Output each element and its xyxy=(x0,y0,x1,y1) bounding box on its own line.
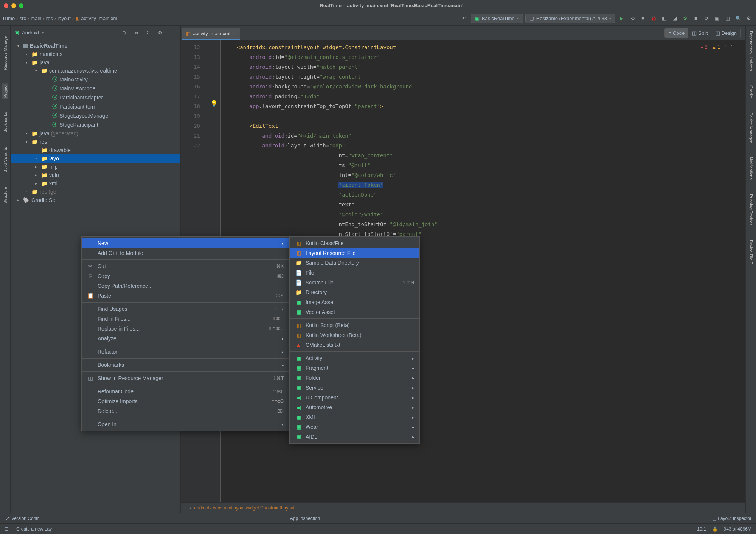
menu-open-in[interactable]: Open In▸ xyxy=(82,419,289,429)
menu-new-kotlin-worksheet[interactable]: ◧Kotlin Worksheet (Beta) xyxy=(290,330,419,340)
menu-paste[interactable]: 📋Paste⌘K xyxy=(82,291,289,301)
settings-icon[interactable]: ⚙ xyxy=(745,14,753,23)
tool-bookmarks[interactable]: Bookmarks xyxy=(2,110,8,134)
menu-new-automotive[interactable]: ▣Automotive▸ xyxy=(290,402,419,412)
attach-icon[interactable]: ⚙ xyxy=(681,14,689,23)
caret-position[interactable]: 19:1 xyxy=(697,526,706,532)
editor-tab-active[interactable]: ◧ activity_main.xml × xyxy=(182,28,240,40)
bottom-tab-vcs[interactable]: ⎇Version Contr xyxy=(5,516,39,521)
nav-crumb[interactable]: layout xyxy=(57,16,71,21)
hide-panel-icon[interactable]: — xyxy=(168,29,177,37)
tool-build-variants[interactable]: Build Variants xyxy=(2,146,8,174)
nav-crumb[interactable]: ◧activity_main.xml xyxy=(75,16,118,21)
panel-view-selector[interactable]: Android xyxy=(22,30,39,36)
minimize-window-button[interactable] xyxy=(11,3,16,8)
panel-settings-icon[interactable]: ⚙ xyxy=(156,29,165,37)
tool-device-file[interactable]: Device File E xyxy=(748,238,754,266)
menu-new-aidl[interactable]: ▣AIDL▸ xyxy=(290,432,419,442)
menu-new-layout-resource[interactable]: ◧Layout Resource File xyxy=(290,248,419,258)
stop-icon[interactable]: ■ xyxy=(692,14,700,23)
breadcrumb-item[interactable]: androidx.constraintlayout.widget.Constra… xyxy=(194,505,295,511)
menu-reformat[interactable]: Reformat Code⌃⌘L xyxy=(82,387,289,396)
editor-tabbar: ◧ activity_main.xml × ⋮ xyxy=(181,26,745,40)
bottom-tab-app-inspection[interactable]: App Inspection xyxy=(290,516,320,521)
lock-icon[interactable]: 🔒 xyxy=(712,526,718,532)
menu-delete[interactable]: Delete...⌦ xyxy=(82,406,289,416)
menu-bookmarks[interactable]: Bookmarks▸ xyxy=(82,360,289,370)
debug-icon[interactable]: 🐞 xyxy=(649,14,658,23)
nav-crumb[interactable]: main xyxy=(31,16,41,21)
tree-xml: ▸📁xml xyxy=(11,179,180,188)
menu-new-kotlin-script[interactable]: ◧Kotlin Script (Beta) xyxy=(290,320,419,330)
tool-notifications[interactable]: Notifications xyxy=(748,155,754,181)
close-window-button[interactable] xyxy=(4,3,8,8)
view-mode-code[interactable]: ≡ Code xyxy=(665,28,689,38)
memory-indicator[interactable]: 943 of 4096M xyxy=(724,526,751,532)
menu-new-vector-asset[interactable]: ▣Vector Asset xyxy=(290,307,419,317)
nav-crumb[interactable]: res xyxy=(46,16,53,21)
menu-add-cpp[interactable]: Add C++ to Module xyxy=(82,248,289,258)
tool-dependency-updates[interactable]: Dependency Updates xyxy=(748,29,754,73)
menu-copy[interactable]: ⎘Copy⌘J xyxy=(82,271,289,281)
menu-copy-path[interactable]: Copy Path/Reference... xyxy=(82,281,289,291)
intention-bulb-icon[interactable]: 💡 xyxy=(210,100,218,107)
menu-new-wear[interactable]: ▣Wear▸ xyxy=(290,422,419,432)
view-mode-split[interactable]: ◫ Split xyxy=(688,28,711,38)
menu-new-uicomponent[interactable]: ▣UiComponent▸ xyxy=(290,393,419,402)
menu-find-in-files[interactable]: Find in Files...⇧⌘U xyxy=(82,314,289,324)
breadcrumb-item[interactable]: t xyxy=(185,505,186,511)
tree-class: ⓀParticipantAdapter xyxy=(11,93,180,102)
sync-icon[interactable]: ⟳ xyxy=(702,14,711,23)
menu-new-fragment[interactable]: ▣Fragment▸ xyxy=(290,363,419,373)
tool-device-manager[interactable]: Device Manager xyxy=(748,111,754,144)
menu-new-directory[interactable]: 📁Directory xyxy=(290,287,419,297)
menu-new-xml[interactable]: ▣XML▸ xyxy=(290,412,419,422)
tool-structure[interactable]: Structure xyxy=(2,185,8,205)
editor-warnings[interactable]: ● 2 ▲ 1 ˆˇ xyxy=(701,45,732,50)
device-selector[interactable]: ▢Resizable (Experimental) API 33▾ xyxy=(525,14,615,23)
nav-crumb[interactable]: lTime xyxy=(3,16,15,21)
editor-breadcrumb: t › androidx.constraintlayout.widget.Con… xyxy=(181,502,745,513)
tool-project[interactable]: Project xyxy=(2,83,8,99)
target-icon[interactable]: ⊕ xyxy=(120,29,128,37)
run-icon[interactable]: ▶ xyxy=(618,14,626,23)
menu-optimize-imports[interactable]: Optimize Imports⌃⌥O xyxy=(82,396,289,406)
menu-analyze[interactable]: Analyze▸ xyxy=(82,334,289,343)
menu-new-scratch[interactable]: 📄Scratch File⇧⌘N xyxy=(290,278,419,287)
menu-new-file[interactable]: 📄File xyxy=(290,268,419,278)
avd-icon[interactable]: ▣ xyxy=(713,14,721,23)
menu-new-sample-data[interactable]: 📁Sample Data Directory xyxy=(290,258,419,268)
tool-gradle[interactable]: Gradle xyxy=(748,84,754,99)
sdk-icon[interactable]: ◫ xyxy=(723,14,732,23)
bottom-tab-layout-inspector[interactable]: ◫Layout Inspector xyxy=(712,516,751,521)
menu-new-cmake[interactable]: ▲CMakeLists.txt xyxy=(290,340,419,350)
collapse-icon[interactable]: ⇔ xyxy=(132,29,140,37)
back-icon[interactable]: ↶ xyxy=(460,14,469,23)
coverage-icon[interactable]: ◪ xyxy=(671,14,679,23)
refresh-icon[interactable]: ⟲ xyxy=(628,14,636,23)
close-tab-icon[interactable]: × xyxy=(233,31,236,36)
menu-replace-in-files[interactable]: Replace in Files...⇧⌃⌘U xyxy=(82,324,289,334)
menu-find-usages[interactable]: Find Usages⌥F7 xyxy=(82,304,289,314)
run-config-selector[interactable]: ▣BasicRealTime▾ xyxy=(471,14,523,23)
profile-icon[interactable]: ◧ xyxy=(660,14,668,23)
menu-new-activity[interactable]: ▣Activity▸ xyxy=(290,353,419,363)
nav-crumb[interactable]: src xyxy=(20,16,26,21)
menu-new[interactable]: New▸ xyxy=(82,238,289,248)
search-icon[interactable]: 🔍 xyxy=(734,14,742,23)
menu-refactor[interactable]: Refactor▸ xyxy=(82,347,289,357)
tool-resource-manager[interactable]: Resource Manager xyxy=(2,33,8,72)
menu-cut[interactable]: ✂Cut⌘X xyxy=(82,261,289,271)
menu-new-service[interactable]: ▣Service▸ xyxy=(290,383,419,393)
view-mode-selector: ≡ Code ◫ Split ◫ Design xyxy=(664,28,741,38)
tool-running-devices[interactable]: Running Devices xyxy=(748,192,754,227)
menu-new-image-asset[interactable]: ▣Image Asset xyxy=(290,297,419,307)
menu-new-folder[interactable]: ▣Folder▸ xyxy=(290,373,419,383)
stack-icon[interactable]: ≡ xyxy=(639,14,647,23)
menu-show-resource-manager[interactable]: ◫Show In Resource Manager⇧⌘T xyxy=(82,373,289,383)
maximize-window-button[interactable] xyxy=(19,3,23,8)
menu-new-kotlin[interactable]: ◧Kotlin Class/File xyxy=(290,238,419,248)
view-mode-design[interactable]: ◫ Design xyxy=(712,28,740,38)
expand-icon[interactable]: ⇕ xyxy=(144,29,152,37)
tab-label: activity_main.xml xyxy=(193,31,230,36)
